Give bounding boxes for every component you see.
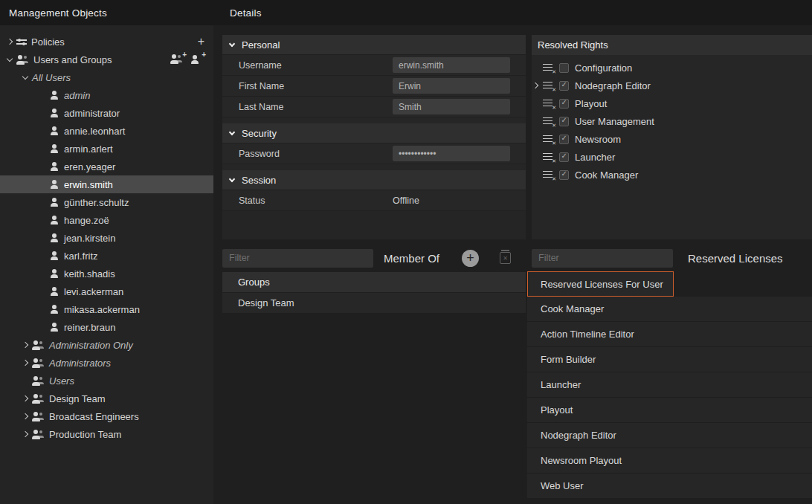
right-item-playout[interactable]: Playout: [532, 94, 812, 112]
sidebar-item-all-users[interactable]: All Users: [0, 68, 213, 86]
person-icon: [49, 90, 59, 100]
plus-icon: +: [202, 51, 206, 59]
group-icon: [16, 55, 29, 65]
chevron-down-icon[interactable]: [7, 56, 13, 62]
details-top-row: Personal Username First Name Last Name: [222, 35, 812, 239]
sidebar-item-user-hange-zoe[interactable]: hange.zoë: [0, 211, 213, 229]
person-icon: [49, 179, 59, 190]
tree-item-label: hange.zoë: [64, 215, 109, 226]
license-row-newsroom-playout[interactable]: Newsroom Playout: [527, 448, 812, 474]
license-label: Form Builder: [541, 354, 596, 365]
checkbox[interactable]: [559, 135, 569, 144]
sidebar-item-users-and-groups[interactable]: Users and Groups + +: [0, 51, 213, 68]
checkbox[interactable]: [559, 63, 569, 73]
chevron-right-icon[interactable]: [532, 83, 538, 88]
sidebar-item-user-annie-leonhart[interactable]: annie.leonhart: [0, 122, 213, 140]
right-item-user-management[interactable]: User Management: [532, 112, 812, 130]
last-name-input[interactable]: [393, 99, 510, 114]
section-label: Session: [242, 175, 276, 186]
person-icon: [49, 286, 59, 297]
license-label: Launcher: [541, 379, 581, 390]
license-row-action-timeline-editor[interactable]: Action Timeline Editor: [527, 322, 812, 347]
license-row-web-user[interactable]: Web User: [527, 474, 812, 499]
details-bottom-row: Member Of + Groups Design Team R: [222, 248, 812, 504]
chevron-right-icon[interactable]: [22, 413, 28, 419]
sidebar-item-user-armin-arlert[interactable]: armin.arlert: [0, 140, 213, 158]
sidebar-item-broadcast-engineers[interactable]: Broadcast Engineers: [0, 407, 213, 425]
person-icon: [49, 161, 59, 172]
chevron-right-icon[interactable]: [22, 360, 28, 366]
right-item-nodegraph-editor[interactable]: Nodegraph Editor: [532, 77, 812, 94]
right-label: Launcher: [575, 152, 615, 163]
member-of-title: Member Of: [384, 252, 439, 265]
tree-item-label: jean.kirstein: [64, 233, 115, 244]
sidebar-item-user-karl-fritz[interactable]: karl.fritz: [0, 247, 213, 265]
sidebar-item-user-mikasa-ackerman[interactable]: mikasa.ackerman: [0, 300, 213, 318]
section-personal[interactable]: Personal: [222, 35, 526, 55]
reserved-licenses-title: Reserved Licenses: [688, 252, 783, 265]
groups-filter-input[interactable]: [222, 249, 373, 268]
reserved-licenses-for-user-tab[interactable]: Reserved Licenses For User: [527, 271, 674, 297]
sidebar-item-user-jean-kirstein[interactable]: jean.kirstein: [0, 229, 213, 247]
sidebar-item-user-admin[interactable]: admin: [0, 86, 213, 104]
license-row-form-builder[interactable]: Form Builder: [527, 347, 812, 372]
field-row-password: Password: [222, 143, 526, 164]
first-name-input[interactable]: [393, 78, 510, 94]
user-details-form: Personal Username First Name Last Name: [222, 35, 526, 239]
group-icon: [32, 430, 45, 439]
person-icon: [49, 143, 59, 154]
sidebar-item-policies[interactable]: Policies +: [0, 33, 213, 51]
license-row-launcher[interactable]: Launcher: [527, 372, 812, 398]
license-label: Action Timeline Editor: [541, 329, 634, 340]
chevron-right-icon[interactable]: [22, 395, 28, 401]
tree-item-label: erwin.smith: [64, 179, 113, 190]
group-name: Design Team: [238, 297, 294, 308]
license-row-playout[interactable]: Playout: [527, 398, 812, 423]
management-objects-sidebar: Management Objects Policies + Users and …: [0, 0, 213, 504]
checkbox[interactable]: [559, 99, 569, 109]
chevron-right-icon[interactable]: [7, 39, 13, 45]
section-security[interactable]: Security: [222, 123, 526, 143]
sidebar-item-production-team[interactable]: Production Team: [0, 425, 213, 443]
license-row-nodegraph-editor[interactable]: Nodegraph Editor: [527, 423, 812, 448]
license-row-cook-manager[interactable]: Cook Manager: [527, 297, 812, 322]
add-policy-button[interactable]: +: [198, 36, 204, 48]
section-session[interactable]: Session: [222, 170, 526, 190]
right-item-configuration[interactable]: Configuration: [532, 59, 812, 77]
remove-membership-button[interactable]: [500, 252, 511, 264]
password-input[interactable]: [393, 146, 510, 161]
section-label: Personal: [242, 39, 280, 51]
right-item-cook-manager[interactable]: Cook Manager: [532, 166, 812, 184]
sidebar-item-user-levi-ackerman[interactable]: levi.ackerman: [0, 282, 213, 300]
checkbox[interactable]: [559, 81, 569, 91]
sidebar-item-user-eren-yeager[interactable]: eren.yeager: [0, 158, 213, 175]
sidebar-item-design-team[interactable]: Design Team: [0, 390, 213, 407]
sidebar-item-administration-only[interactable]: Administration Only: [0, 336, 213, 354]
sidebar-item-user-gunther-schultz[interactable]: günther.schultz: [0, 193, 213, 211]
username-input[interactable]: [393, 57, 510, 73]
sidebar-item-administrators[interactable]: Administrators: [0, 354, 213, 372]
add-user-button[interactable]: +: [190, 54, 204, 65]
chevron-right-icon[interactable]: [22, 342, 28, 348]
chevron-right-icon[interactable]: [22, 431, 28, 437]
resolved-rights-list: Configuration Nodegraph Editor: [532, 55, 812, 184]
checkbox[interactable]: [559, 152, 569, 162]
sidebar-item-user-keith-shadis[interactable]: keith.shadis: [0, 265, 213, 282]
rights-icon: [543, 152, 553, 161]
add-group-button[interactable]: +: [170, 54, 185, 65]
right-item-launcher[interactable]: Launcher: [532, 148, 812, 166]
sidebar-item-users[interactable]: Users: [0, 372, 213, 390]
right-item-newsroom[interactable]: Newsroom: [532, 130, 812, 148]
chevron-placeholder: [23, 378, 28, 383]
checkbox[interactable]: [559, 170, 569, 180]
member-of-section: Member Of + Groups Design Team: [222, 248, 526, 504]
chevron-down-icon[interactable]: [22, 74, 28, 80]
sidebar-item-user-administrator[interactable]: administrator: [0, 104, 213, 122]
checkbox[interactable]: [559, 117, 569, 126]
group-row-design-team[interactable]: Design Team: [222, 293, 526, 314]
licenses-filter-input[interactable]: [532, 249, 673, 268]
sidebar-item-user-reiner-braun[interactable]: reiner.braun: [0, 318, 213, 336]
right-label: User Management: [575, 116, 654, 127]
sidebar-item-user-erwin-smith[interactable]: erwin.smith: [0, 175, 213, 193]
add-membership-button[interactable]: +: [462, 250, 479, 267]
